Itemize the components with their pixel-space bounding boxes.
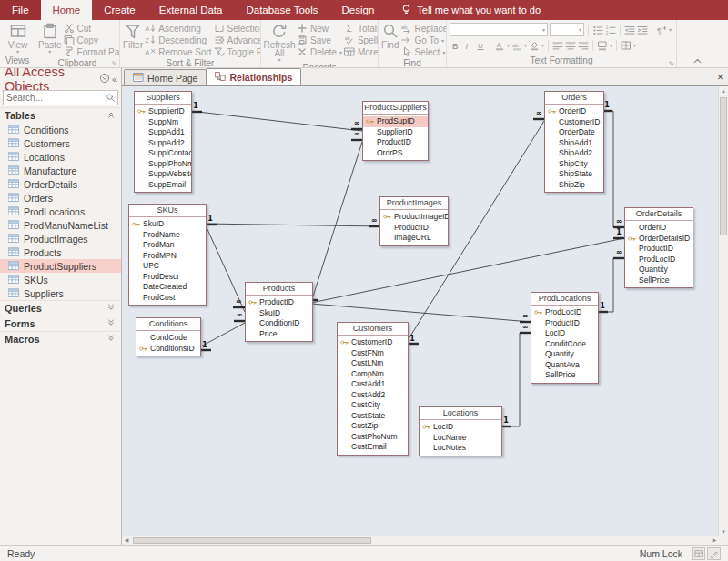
- field-productimages-imageurl[interactable]: ImageURL: [380, 233, 448, 244]
- field-locations-locname[interactable]: LocName: [420, 433, 501, 444]
- ribbon-numbering-button[interactable]: 12: [605, 25, 616, 35]
- field-orders-shipzip[interactable]: ShipZip: [545, 180, 603, 191]
- sidebar-item-customers[interactable]: Customers: [0, 136, 121, 150]
- field-locations-locnotes[interactable]: LocNotes: [420, 443, 501, 454]
- ribbon-tab-design[interactable]: Design: [330, 0, 387, 20]
- field-customers-compnm[interactable]: CompNm: [338, 369, 408, 380]
- field-skus-prodman[interactable]: ProdMan: [129, 240, 206, 251]
- sidebar-section-tables[interactable]: Tables: [0, 107, 121, 123]
- table-products[interactable]: ProductsProductIDSkuIDConditionIDPrice: [245, 282, 313, 342]
- table-skus[interactable]: SKUsSkuIDProdNameProdManProdMPNUPCProdDe…: [128, 204, 207, 306]
- sidebar-item-productimages[interactable]: ProductImages: [0, 232, 121, 245]
- field-productsuppliers-ordrps[interactable]: OrdrPS: [363, 148, 428, 159]
- field-locations-locid[interactable]: LocID: [420, 422, 501, 433]
- scroll-down-arrow-icon[interactable]: ▼: [719, 527, 728, 536]
- ribbon-selection-button[interactable]: Selection▾: [214, 23, 261, 35]
- sidebar-section-macros[interactable]: Macros: [0, 331, 121, 346]
- sidebar-item-locations[interactable]: Locations: [0, 150, 121, 164]
- sidebar-item-skus[interactable]: SKUs: [0, 273, 121, 286]
- font-size-combo[interactable]: ▾: [550, 23, 584, 36]
- search-input[interactable]: [4, 93, 106, 103]
- field-skus-datecreated[interactable]: DateCreated: [129, 282, 206, 293]
- ribbon-format-painter-button[interactable]: Format Painter: [64, 46, 120, 58]
- ribbon-more-button[interactable]: More▾: [344, 46, 379, 58]
- field-products-productid[interactable]: ProductID: [246, 297, 312, 308]
- ribbon-ascending-button[interactable]: AAscending: [145, 23, 211, 35]
- shutter-bar-icon[interactable]: «: [112, 74, 117, 85]
- relation-prodlocations-orderdetails[interactable]: 1∞: [597, 248, 624, 312]
- field-orderdetails-prodlocid[interactable]: ProdLocID: [625, 255, 693, 265]
- vertical-scroll-thumb[interactable]: [720, 97, 727, 235]
- field-prodlocations-prodlocid[interactable]: ProdLocID: [531, 307, 598, 318]
- ribbon-bullets-button[interactable]: [592, 25, 603, 35]
- relation-conditions-products[interactable]: 1∞: [199, 311, 245, 350]
- sidebar-section-forms[interactable]: Forms: [0, 316, 121, 331]
- field-orderdetails-quantity[interactable]: Quantity: [625, 265, 693, 275]
- sidebar-item-orderdetails[interactable]: OrderDetails: [0, 177, 121, 191]
- ribbon-totals-button[interactable]: ΣTotals: [344, 23, 379, 35]
- field-customers-custphonum[interactable]: CustPhoNum: [338, 432, 408, 443]
- ribbon-tab-file[interactable]: File: [0, 0, 41, 20]
- collapse-ribbon-button[interactable]: [692, 54, 704, 65]
- table-prodlocations[interactable]: ProdLocationsProdLocIDProductIDLocIDCond…: [531, 292, 599, 384]
- ribbon-descending-button[interactable]: ZDescending: [145, 35, 211, 46]
- ribbon-font-color-button[interactable]: A: [494, 40, 505, 51]
- field-suppliers-suppemail[interactable]: SuppEmail: [135, 180, 191, 191]
- sidebar-item-manufacture[interactable]: Manufacture: [0, 164, 121, 177]
- datasheet-view-icon[interactable]: [692, 547, 705, 560]
- relation-orders-orderdetails[interactable]: 1∞: [602, 101, 624, 227]
- table-orderdetails[interactable]: OrderDetailsOrderIDOrderDetailsIDProduct…: [624, 207, 693, 288]
- field-products-price[interactable]: Price: [246, 329, 312, 340]
- ribbon-direction-button[interactable]: ¶: [656, 25, 667, 35]
- ribbon-align-center-button[interactable]: [565, 40, 576, 51]
- field-customers-customerid[interactable]: CustomerID: [338, 337, 408, 348]
- field-skus-prodmpn[interactable]: ProdMPN: [129, 251, 206, 262]
- ribbon-select-button[interactable]: Select▾: [400, 46, 447, 58]
- field-suppliers-supplierid[interactable]: SupplierID: [135, 106, 191, 117]
- horizontal-scrollbar[interactable]: ◀ ▶: [122, 536, 719, 545]
- field-orderdetails-productid[interactable]: ProductID: [625, 244, 693, 255]
- ribbon-tab-home[interactable]: Home: [41, 0, 93, 20]
- sidebar-item-orders[interactable]: Orders: [0, 191, 121, 205]
- document-tab-relationships[interactable]: Relationships: [206, 68, 301, 85]
- field-customers-custemail[interactable]: CustEmail: [338, 442, 408, 453]
- field-suppliers-suppnm[interactable]: SuppNm: [135, 117, 191, 128]
- field-customers-custadd2[interactable]: CustAdd2: [338, 390, 408, 401]
- field-prodlocations-locid[interactable]: LocID: [531, 328, 598, 339]
- ribbon-tab-database-tools[interactable]: Database Tools: [234, 0, 329, 20]
- field-orders-orderdate[interactable]: OrderDate: [545, 127, 603, 138]
- ribbon-advanced-button[interactable]: Advanced▾: [214, 35, 261, 46]
- field-productimages-productid[interactable]: ProductID: [380, 223, 448, 234]
- field-customers-custadd1[interactable]: CustAdd1: [338, 379, 408, 390]
- field-skus-prodname[interactable]: ProdName: [129, 230, 206, 241]
- field-orderdetails-sellprice[interactable]: SellPrice: [625, 275, 693, 286]
- ribbon-indent-right-button[interactable]: [637, 25, 648, 35]
- field-productsuppliers-supplierid[interactable]: SupplierID: [363, 127, 428, 138]
- field-prodlocations-quantava[interactable]: QuantAva: [531, 360, 598, 371]
- field-prodlocations-conditcode[interactable]: ConditCode: [531, 339, 598, 350]
- tell-me-box[interactable]: Tell me what you want to do: [400, 0, 541, 20]
- table-suppliers[interactable]: SuppliersSupplierIDSuppNmSuppAdd1SuppAdd…: [134, 91, 192, 193]
- ribbon-tab-external-data[interactable]: External Data: [147, 0, 235, 20]
- font-family-combo[interactable]: ▾: [450, 23, 548, 36]
- ribbon-toggle-filter-button[interactable]: Toggle Filter: [214, 46, 261, 58]
- ribbon-shading-button[interactable]: [597, 40, 608, 51]
- field-suppliers-suppwebsite[interactable]: SuppWebsite: [135, 169, 191, 180]
- sidebar-item-prodlocations[interactable]: ProdLocations: [0, 205, 121, 218]
- ribbon-fill-color-button[interactable]: [529, 40, 540, 51]
- field-customers-custstate[interactable]: CustState: [338, 411, 408, 422]
- ribbon-bold-button[interactable]: B: [450, 40, 460, 51]
- field-customers-custlnm[interactable]: CustLNm: [338, 358, 408, 369]
- horizontal-scroll-thumb[interactable]: [133, 537, 371, 544]
- ribbon-delete-button[interactable]: Delete▾: [297, 46, 342, 58]
- ribbon-italic-button[interactable]: I: [462, 40, 473, 51]
- field-skus-skuid[interactable]: SkuID: [129, 219, 206, 230]
- ribbon-highlight-button[interactable]: ab: [511, 40, 522, 51]
- ribbon-tab-create[interactable]: Create: [92, 0, 147, 20]
- nav-menu-icon[interactable]: [99, 72, 110, 86]
- dialog-launcher-icon[interactable]: ⇘: [668, 59, 674, 67]
- field-skus-proddescr[interactable]: ProdDescr: [129, 272, 206, 283]
- field-customers-custfnm[interactable]: CustFNm: [338, 348, 408, 359]
- ribbon-gridlines-button[interactable]: [621, 40, 632, 51]
- ribbon-filter-button[interactable]: Filter: [123, 22, 143, 58]
